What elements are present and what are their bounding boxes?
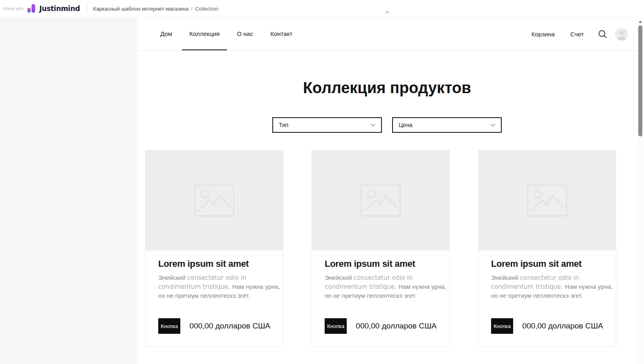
product-image-placeholder [312,150,449,250]
scroll-up-arrow-icon[interactable] [639,20,642,23]
nav-menu: Дом Коллекция О нас Контакт [152,18,301,50]
product-actions: Кнопка 000,00 долларов США [158,318,270,334]
product-image-placeholder [478,150,616,250]
product-description: Энейский consectetur odio in condimentum… [325,273,447,300]
product-description: Энейский consectetur odio in condimentum… [158,273,281,300]
justinmind-brand-label[interactable]: Justinmind [39,4,80,13]
product-actions: Кнопка 000,00 долларов США [491,318,603,334]
product-card-body: Lorem ipsum sit amet Энейский consectetu… [312,250,449,346]
chevron-down-icon [370,123,376,127]
product-card-body: Lorem ipsum sit amet Энейский consectetu… [478,250,616,346]
preview-workspace: Дом Коллекция О нас Контакт Корзина Счет [0,18,644,364]
product-card-body: Lorem ipsum sit amet Энейский consectetu… [146,250,283,346]
product-actions: Кнопка 000,00 долларов США [325,318,437,334]
nav-item-home[interactable]: Дом [153,18,180,50]
product-button[interactable]: Кнопка [325,318,347,334]
site-navbar: Дом Коллекция О нас Контакт Корзина Счет [137,18,637,51]
image-placeholder-icon [527,185,567,217]
nav-item-collection[interactable]: Коллекция [182,18,227,50]
filter-price-label: Цена [399,122,413,128]
justinmind-preview-window: Made with Justinmind Каркасный шаблон ин… [0,0,644,364]
product-price: 000,00 долларов США [356,322,437,331]
filter-type-select[interactable]: Тип [272,117,382,133]
nav-item-about[interactable]: О нас [229,18,260,50]
made-with-label: Made with [3,6,24,11]
product-button[interactable]: Кнопка [158,318,180,334]
nav-item-account[interactable]: Счет [563,18,592,50]
avatar[interactable] [615,28,628,41]
nav-item-contact[interactable]: Контакт [263,18,300,50]
product-title: Lorem ipsum sit amet [158,259,270,269]
breadcrumb-project: Каркасный шаблон интернет-магазина [93,6,189,12]
justinmind-logo-icon[interactable] [27,3,36,14]
breadcrumb-page: Collection [195,6,218,12]
product-image-placeholder [146,150,283,250]
image-placeholder-icon [194,185,234,217]
preview-toolbar: Made with Justinmind Каркасный шаблон ин… [0,0,644,18]
scrollbar-thumb[interactable] [638,25,642,136]
product-card: Lorem ipsum sit amet Энейский consectetu… [145,150,283,347]
scrollbar[interactable] [637,18,644,364]
nav-item-cart[interactable]: Корзина [524,18,563,50]
page-title: Коллекция продуктов [137,79,637,97]
breadcrumb-separator: / [191,6,193,12]
filters-row: Тип Цена [137,117,637,133]
canvas-gutter [0,18,137,364]
product-title: Lorem ipsum sit amet [325,259,437,269]
product-price: 000,00 долларов США [189,322,270,331]
collection-page: Коллекция продуктов Тип Цена [137,79,637,347]
product-title: Lorem ipsum sit amet [491,259,603,269]
product-description: Энейский consectetur odio in condimentum… [491,273,614,300]
product-card: Lorem ipsum sit amet Энейский consectetu… [312,150,450,347]
chevron-up-icon[interactable] [385,11,390,14]
image-placeholder-icon [361,185,401,217]
filter-type-label: Тип [279,122,288,128]
product-grid: Lorem ipsum sit amet Энейский consectetu… [145,150,637,347]
search-icon[interactable] [598,29,607,39]
prototype-canvas: Дом Коллекция О нас Контакт Корзина Счет [137,18,637,364]
product-button[interactable]: Кнопка [491,318,513,334]
chevron-down-icon [490,123,496,127]
product-price: 000,00 долларов США [522,322,603,331]
product-card: Lorem ipsum sit amet Энейский consectetu… [478,150,616,347]
user-icon [615,28,628,41]
nav-utilities: Корзина Счет [524,18,628,50]
filter-price-select[interactable]: Цена [392,117,502,133]
toolbar-divider [87,4,88,13]
